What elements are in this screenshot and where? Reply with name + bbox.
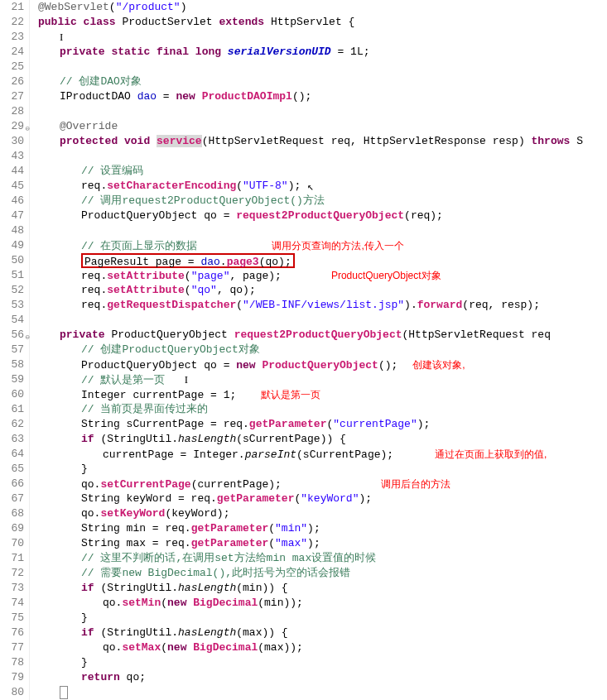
- line-number: 65: [0, 462, 24, 477]
- line-number: 51: [0, 268, 24, 283]
- line-number: 28: [0, 104, 24, 119]
- code-text: (sCurrentPage)) {: [236, 433, 346, 445]
- constructor: ProductQueryObject: [262, 359, 378, 372]
- method-call: setMin: [122, 597, 161, 609]
- constructor: ProductDAOImpl: [202, 90, 292, 103]
- line-number: 68: [0, 506, 24, 521]
- code-text: (StringUtil.: [100, 582, 178, 594]
- code-text: String keyWord = req.: [81, 492, 217, 505]
- code-text: qo.: [103, 641, 122, 654]
- code-text: req.: [81, 284, 107, 296]
- code-text: req.: [81, 180, 107, 192]
- code-text: ProductQueryObject qo =: [81, 209, 236, 222]
- string-literal: "UTF-8": [243, 180, 288, 192]
- line-number-gutter: 212223242526272829⊖304344454647484950515…: [0, 0, 30, 700]
- comment: // 设置编码: [81, 165, 143, 177]
- line-number: 26: [0, 74, 24, 89]
- annotation: @WebServlet: [38, 1, 109, 13]
- string-literal: "max": [275, 537, 307, 549]
- code-text: IProductDAO: [60, 90, 137, 103]
- constructor: BigDecimal: [193, 641, 258, 654]
- code-text: String sCurrentPage = req.: [81, 418, 249, 430]
- method-call: setAttribute: [107, 270, 185, 282]
- brace-matched: [60, 686, 68, 699]
- string-literal: "keyWord": [301, 492, 359, 505]
- code-text: Integer currentPage = 1;: [81, 389, 236, 401]
- mouse-cursor-icon: ↖: [307, 181, 314, 194]
- code-text: (currentPage);: [191, 478, 282, 491]
- line-number: 78: [0, 655, 24, 670]
- method-call: request2ProductQueryObject: [236, 209, 404, 222]
- code-text: (min));: [258, 597, 303, 609]
- line-number: 60: [0, 387, 24, 402]
- line-number: 43: [0, 149, 24, 164]
- code-text: (: [161, 597, 167, 609]
- code-text: (: [236, 299, 243, 311]
- code-text: ();: [378, 359, 397, 372]
- code-text: req.: [81, 299, 107, 311]
- red-annotation: 调用后台的方法: [381, 478, 450, 490]
- code-text: (max)) {: [236, 626, 287, 639]
- line-number: 63: [0, 432, 24, 447]
- keyword: private: [60, 328, 111, 341]
- code-text: = 1L;: [331, 46, 370, 58]
- line-number: 46: [0, 194, 24, 209]
- line-number: 57: [0, 343, 24, 357]
- method-signature: (HttpServletRequest req: [402, 328, 551, 341]
- comment: // 当前页是界面传过来的: [81, 403, 208, 415]
- static-method: hasLength: [178, 433, 236, 445]
- comment: // 创建DAO对象: [60, 75, 142, 88]
- code-text: (StringUtil.: [100, 433, 178, 445]
- brace: }: [81, 611, 88, 624]
- code-text: qo.: [81, 507, 100, 520]
- code-text: (keyWord);: [165, 507, 229, 520]
- field: serialVersionUID: [228, 46, 331, 58]
- code-text: (max));: [258, 641, 303, 654]
- code-text: );: [417, 418, 431, 430]
- line-number: 61: [0, 402, 24, 417]
- string-literal: "page": [191, 270, 230, 282]
- code-text: (: [236, 180, 243, 192]
- line-number: 25: [0, 60, 24, 74]
- code-editor: 212223242526272829⊖304344454647484950515…: [0, 0, 607, 700]
- fold-icon[interactable]: ⊖: [26, 330, 30, 345]
- line-number: 29⊖: [0, 119, 24, 134]
- string-literal: "qo": [191, 284, 217, 296]
- line-number: 50: [0, 253, 24, 268]
- code-text: (req, resp);: [462, 299, 540, 311]
- line-number: 22: [0, 15, 24, 30]
- keyword: protected void: [60, 135, 157, 147]
- line-number: 75: [0, 611, 24, 626]
- method-call: setCurrentPage: [100, 478, 190, 491]
- line-number: 24: [0, 45, 24, 60]
- code-text: PageResult page =: [84, 256, 200, 268]
- keyword: if: [81, 626, 100, 639]
- line-number: 79: [0, 670, 24, 685]
- code-area[interactable]: @WebServlet("/product") public class Pro…: [30, 0, 583, 700]
- code-text: (sCurrentPage);: [296, 448, 393, 461]
- method-call: setAttribute: [107, 284, 185, 296]
- code-text: (req);: [404, 209, 443, 222]
- line-number: 52: [0, 283, 24, 298]
- line-number: 77: [0, 640, 24, 655]
- line-number: 74: [0, 596, 24, 611]
- fold-icon[interactable]: ⊖: [26, 122, 30, 137]
- line-number: 80: [0, 685, 24, 700]
- line-number: 47: [0, 209, 24, 223]
- method-call: page3: [227, 256, 259, 268]
- line-number: 59: [0, 372, 24, 387]
- keyword: extends: [219, 16, 270, 28]
- keyword: new: [176, 90, 201, 103]
- code-text: ProductQueryObject qo =: [81, 359, 236, 372]
- keyword: new: [167, 641, 193, 654]
- line-number: 54: [0, 313, 24, 328]
- class-name: ProductServlet: [122, 16, 219, 28]
- line-number: 27: [0, 89, 24, 104]
- line-number: 45: [0, 179, 24, 194]
- comment: // 创建ProductQueryObject对象: [81, 343, 260, 356]
- static-method: hasLength: [178, 582, 236, 594]
- method-name-highlighted: service: [157, 135, 202, 147]
- brace: }: [81, 656, 88, 669]
- superclass: HttpServlet {: [271, 16, 354, 28]
- method-call: getParameter: [191, 522, 269, 535]
